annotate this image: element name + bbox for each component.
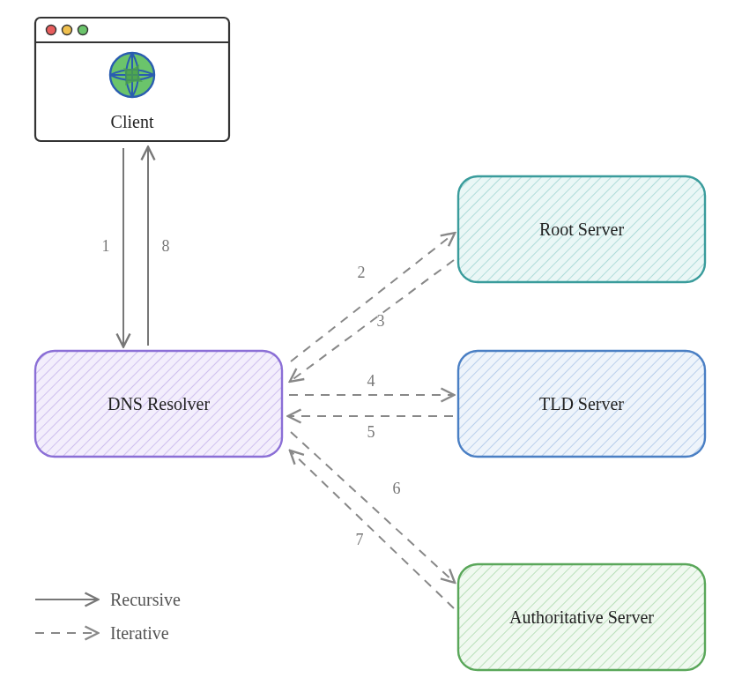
edge-5-label: 5 <box>367 423 375 441</box>
root-server-label: Root Server <box>539 220 624 239</box>
edge-1-label: 1 <box>102 237 110 255</box>
legend-iterative-label: Iterative <box>110 623 169 643</box>
root-server-node: Root Server <box>458 176 705 282</box>
svg-point-10 <box>47 26 56 35</box>
edge-6-label: 6 <box>393 480 401 497</box>
edge-8-label: 8 <box>162 237 170 255</box>
legend-recursive-label: Recursive <box>110 590 181 609</box>
edge-4-label: 4 <box>367 372 375 390</box>
edge-3-label: 3 <box>377 312 385 330</box>
svg-point-12 <box>78 26 88 35</box>
tld-server-label: TLD Server <box>539 394 624 413</box>
auth-server-node: Authoritative Server <box>458 564 705 670</box>
edge-6 <box>291 432 454 582</box>
client-node: Client <box>35 18 229 141</box>
diagram-canvas: Client DNS Resolver Root Server TLD Serv… <box>0 0 742 700</box>
svg-point-11 <box>63 26 72 35</box>
resolver-node: DNS Resolver <box>35 351 282 457</box>
client-label: Client <box>111 112 154 131</box>
edge-2 <box>291 234 454 361</box>
edge-3 <box>291 260 454 381</box>
legend: Recursive Iterative <box>35 590 181 643</box>
edge-7 <box>291 451 454 608</box>
edge-7-label: 7 <box>356 531 364 548</box>
edge-2-label: 2 <box>358 264 366 281</box>
tld-server-node: TLD Server <box>458 351 705 457</box>
resolver-label: DNS Resolver <box>108 394 210 413</box>
globe-icon <box>110 53 154 97</box>
auth-server-label: Authoritative Server <box>509 607 654 627</box>
